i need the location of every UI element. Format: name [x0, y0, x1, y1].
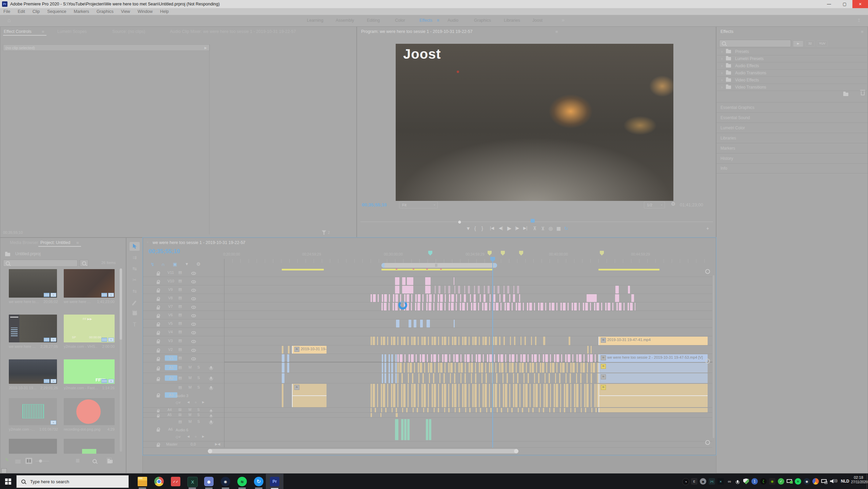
clip-pink[interactable]	[407, 277, 413, 285]
sync-lock-icon[interactable]: ▤	[178, 413, 181, 416]
fx-badge[interactable]: fx	[601, 355, 606, 360]
clip-thumbnail[interactable]: ≈	[9, 398, 57, 425]
show-desktop-button[interactable]	[867, 474, 868, 489]
mute-button[interactable]: M	[189, 385, 192, 389]
icon-view-icon[interactable]	[25, 458, 32, 464]
language-indicator[interactable]: NLD	[841, 479, 849, 484]
toggle-track-output-icon[interactable]	[191, 323, 196, 326]
add-marker-icon[interactable]: ▼	[466, 226, 471, 231]
lift-icon[interactable]: ⊼	[533, 226, 536, 231]
ripple-edit-tool[interactable]: ↹	[130, 264, 140, 273]
mute-button[interactable]: M	[189, 413, 191, 417]
bin-presets[interactable]: › Presets	[717, 48, 867, 55]
chevron-right-icon[interactable]: ›	[721, 78, 723, 82]
track-header-v7[interactable]: V7 ▤	[143, 302, 224, 311]
workspace-effects-menu-icon[interactable]: ≡	[437, 18, 439, 23]
mark-out-icon[interactable]: }	[481, 226, 483, 231]
go-to-end-icon[interactable]: ▶◀	[215, 442, 220, 446]
linked-selection-icon[interactable]: ▣	[173, 262, 177, 267]
close-sequence-icon[interactable]: ×	[146, 240, 149, 244]
workspace-overflow-chevron[interactable]: »	[561, 17, 565, 23]
timeline-panel-menu-icon[interactable]: ≡	[241, 240, 244, 245]
sequence-marker-yellow[interactable]	[501, 251, 505, 256]
menu-help[interactable]: Help	[160, 9, 169, 14]
tab-effects[interactable]: Effects	[721, 29, 733, 34]
start-button[interactable]	[0, 474, 16, 489]
clip-pink[interactable]	[402, 286, 413, 294]
go-to-in-icon[interactable]: |◀	[490, 226, 494, 230]
accelerated-effects-filter-icon[interactable]: ▶	[793, 40, 803, 46]
tray-volume-icon[interactable]	[830, 479, 833, 483]
clip-strip-cluster[interactable]	[382, 373, 397, 383]
workspace-tab-assembly[interactable]: Assembly	[336, 18, 354, 23]
list-view-icon[interactable]	[15, 459, 21, 463]
lane-v6[interactable]	[224, 311, 712, 319]
sync-lock-icon[interactable]: ▤	[178, 330, 182, 334]
comparison-view-icon[interactable]: ▦	[556, 226, 561, 231]
clip-strip-cluster[interactable]	[371, 408, 635, 412]
solo-button[interactable]: S	[197, 408, 200, 412]
workspace-tab-editing[interactable]: Editing	[367, 18, 380, 23]
lane-a5[interactable]	[224, 413, 712, 418]
clip-a2-labeled[interactable]: fx	[598, 373, 708, 383]
zoom-slider[interactable]	[36, 461, 49, 462]
toggle-track-output-icon[interactable]	[191, 331, 196, 334]
new-custom-bin-icon[interactable]	[843, 93, 848, 96]
tray-x-icon[interactable]: ×	[717, 478, 724, 485]
timeline-zoom-scrollbar[interactable]: |||	[381, 263, 497, 268]
sync-lock-icon[interactable]: ▤	[178, 321, 182, 325]
find-icon[interactable]	[93, 459, 97, 463]
track-header-v2[interactable]: V2 ▤	[143, 345, 224, 354]
yuv-filter-icon[interactable]: YUV	[817, 40, 828, 46]
track-header-v6[interactable]: V6 ▤	[143, 311, 224, 319]
clip-thumbnail[interactable]	[9, 439, 57, 454]
panel-menu-icon[interactable]: ≡	[42, 29, 44, 34]
tray-firefox-icon[interactable]	[812, 478, 819, 485]
expand-arrow-icon[interactable]: ▶	[204, 46, 207, 50]
clip-lightblue[interactable]	[282, 363, 284, 373]
menu-window[interactable]: Window	[138, 9, 153, 14]
taskbar-spotify-icon[interactable]: ≈	[237, 477, 247, 486]
track-header-v10[interactable]: V10 ▤	[143, 277, 224, 285]
maximize-button[interactable]: ▢	[837, 0, 852, 8]
clip-tan[interactable]	[591, 346, 592, 354]
taskbar-steam-icon[interactable]: ◉	[221, 477, 230, 486]
clip-strip-cluster[interactable]	[371, 384, 635, 407]
lane-v4[interactable]	[224, 328, 712, 336]
clip-yellow[interactable]	[381, 269, 493, 270]
bin-video-transitions[interactable]: › Video Transitions	[717, 84, 867, 91]
voiceover-record-icon[interactable]	[210, 386, 212, 389]
track-header-a1[interactable]: A1 ▤ M S	[143, 362, 224, 373]
sync-lock-icon[interactable]: ▤	[178, 287, 182, 291]
clip-tan[interactable]	[598, 408, 708, 412]
clip-yellow[interactable]	[282, 269, 324, 270]
tray-1password-icon[interactable]: 1	[751, 478, 758, 485]
lock-icon[interactable]	[157, 273, 160, 276]
solo-button[interactable]: S	[197, 419, 200, 424]
home-icon[interactable]: ⌂	[7, 17, 11, 23]
taskbar-excel-icon[interactable]: X	[188, 477, 198, 487]
voiceover-record-icon[interactable]	[210, 366, 212, 369]
keyframe-type-icon[interactable]: ◇˅	[176, 400, 181, 405]
clip-name[interactable]: recording-dot-png.png	[64, 427, 104, 431]
solo-button[interactable]: S	[197, 413, 200, 417]
clip-pink[interactable]	[615, 294, 619, 302]
chevron-right-icon[interactable]: ›	[721, 71, 723, 75]
clip-pink[interactable]	[395, 286, 399, 294]
chevron-right-icon[interactable]: ›	[721, 49, 723, 54]
panel-essential-sound[interactable]: Essential Sound	[716, 112, 868, 123]
bin-up-icon[interactable]	[5, 253, 10, 256]
clip-strip-cluster[interactable]	[371, 337, 499, 345]
workspace-tab-learning[interactable]: Learning	[307, 18, 323, 23]
track-resize-handle[interactable]	[705, 359, 710, 363]
track-header-v8[interactable]: V8 ▤	[143, 294, 224, 302]
tray-discord-icon[interactable]: ☻	[700, 478, 706, 485]
clip-yellow[interactable]	[598, 269, 659, 270]
tray-green-check-icon[interactable]: ✓	[778, 478, 784, 485]
clip-lightblue[interactable]	[282, 354, 284, 362]
clip-strip-cluster[interactable]	[381, 303, 635, 311]
clip-lightblue[interactable]	[454, 320, 455, 327]
tray-defender-icon[interactable]	[743, 478, 749, 484]
clip-strip-cluster[interactable]	[382, 354, 397, 362]
tray-spotify-icon[interactable]: ≈	[795, 478, 801, 485]
